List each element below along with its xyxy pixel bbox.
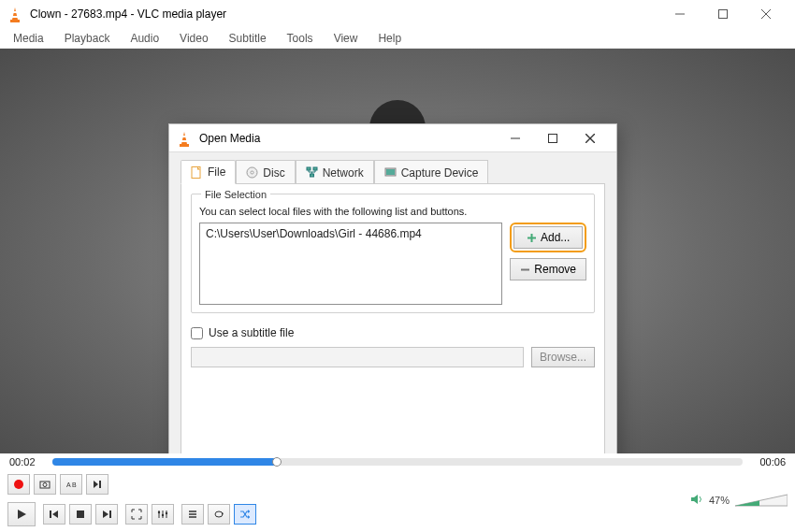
file-selection-hint: You can select local files with the foll… — [199, 206, 586, 217]
play-button[interactable] — [7, 502, 36, 526]
dialog-titlebar: Open Media — [169, 124, 616, 152]
seek-knob[interactable] — [272, 457, 282, 467]
svg-point-13 — [43, 483, 47, 487]
svg-rect-7 — [307, 167, 311, 170]
menubar: Media Playback Audio Video Subtitle Tool… — [0, 28, 795, 49]
add-button[interactable]: Add... — [513, 226, 583, 249]
svg-rect-16 — [99, 481, 101, 488]
fullscreen-button[interactable] — [125, 504, 148, 525]
record-button[interactable] — [7, 474, 30, 495]
use-subtitle-row: Use a subtitle file — [191, 326, 595, 339]
time-total[interactable]: 00:06 — [750, 456, 786, 467]
dialog-maximize-button[interactable] — [534, 125, 571, 151]
menu-audio[interactable]: Audio — [121, 30, 168, 47]
dialog-minimize-button[interactable] — [497, 125, 534, 151]
svg-rect-2 — [180, 144, 189, 147]
menu-playback[interactable]: Playback — [55, 30, 120, 47]
svg-rect-18 — [77, 510, 84, 518]
tab-file[interactable]: File — [181, 160, 236, 184]
network-icon — [306, 166, 318, 179]
menu-tools[interactable]: Tools — [278, 30, 323, 47]
record-icon — [14, 480, 23, 489]
seek-fill — [52, 458, 277, 466]
menu-subtitle[interactable]: Subtitle — [220, 30, 276, 47]
video-area[interactable]: Open Media File Disc Network Capture Dev… — [0, 49, 795, 467]
close-button[interactable] — [744, 0, 788, 28]
loop-button[interactable] — [208, 504, 230, 525]
tab-file-label: File — [208, 165, 225, 179]
svg-text:B: B — [72, 482, 77, 488]
capture-icon — [384, 166, 397, 179]
disc-icon — [246, 166, 258, 179]
svg-rect-3 — [549, 134, 557, 142]
browse-button-label: Browse... — [540, 351, 586, 364]
maximize-button[interactable] — [701, 0, 744, 28]
player-controls: 00:02 00:06 AB — [0, 453, 795, 532]
file-list[interactable]: C:\Users\User\Downloads\Girl - 44686.mp4 — [199, 223, 502, 305]
titlebar: Clown - 27683.mp4 - VLC media player — [0, 0, 795, 28]
frame-step-button[interactable] — [86, 474, 108, 495]
time-elapsed[interactable]: 00:02 — [9, 456, 45, 467]
use-subtitle-label: Use a subtitle file — [209, 326, 294, 339]
menu-help[interactable]: Help — [369, 30, 411, 47]
tab-capture[interactable]: Capture Device — [374, 160, 489, 184]
speaker-icon[interactable] — [690, 493, 703, 508]
tab-capture-label: Capture Device — [401, 166, 479, 180]
window-title: Clown - 27683.mp4 - VLC media player — [30, 7, 658, 21]
svg-point-6 — [251, 171, 253, 174]
dialog-close-button[interactable] — [571, 125, 609, 151]
tab-network[interactable]: Network — [296, 160, 374, 184]
use-subtitle-checkbox[interactable] — [191, 327, 203, 339]
next-button[interactable] — [95, 504, 118, 525]
vlc-cone-icon — [7, 7, 22, 22]
tab-disc-label: Disc — [263, 166, 284, 180]
file-panel: File Selection You can select local file… — [181, 183, 605, 454]
browse-button: Browse... — [531, 347, 595, 367]
menu-media[interactable]: Media — [4, 30, 53, 47]
seek-row: 00:02 00:06 — [0, 453, 795, 470]
svg-rect-19 — [109, 510, 111, 518]
extended-settings-button[interactable] — [152, 504, 174, 525]
svg-point-21 — [162, 514, 164, 516]
volume-percent: 47% — [709, 495, 730, 506]
svg-point-22 — [166, 512, 167, 514]
svg-rect-11 — [386, 169, 395, 175]
atob-loop-button[interactable]: AB — [60, 474, 82, 495]
tab-disc[interactable]: Disc — [236, 160, 295, 184]
minus-icon — [520, 265, 530, 275]
add-button-highlight: Add... — [510, 223, 586, 252]
plus-icon — [527, 233, 537, 243]
shuffle-button[interactable] — [234, 504, 256, 525]
file-selection-group: File Selection You can select local file… — [191, 194, 595, 313]
volume-control: 47% — [690, 493, 788, 508]
svg-rect-9 — [310, 174, 313, 177]
svg-rect-17 — [50, 510, 51, 518]
volume-slider[interactable] — [735, 494, 788, 507]
seek-bar[interactable] — [52, 458, 743, 466]
playlist-button[interactable] — [181, 504, 204, 525]
remove-button-label: Remove — [534, 263, 576, 276]
menu-view[interactable]: View — [325, 30, 368, 47]
svg-text:A: A — [66, 482, 71, 488]
svg-rect-8 — [313, 167, 317, 170]
file-icon — [191, 166, 203, 179]
remove-button[interactable]: Remove — [510, 258, 586, 280]
vlc-cone-icon — [177, 131, 192, 146]
dialog-tabs: File Disc Network Capture Device — [169, 152, 616, 184]
menu-video[interactable]: Video — [170, 30, 217, 47]
tab-network-label: Network — [323, 166, 364, 180]
svg-rect-1 — [719, 10, 728, 19]
stop-button[interactable] — [69, 504, 92, 525]
subtitle-path-input — [191, 347, 524, 367]
dialog-title: Open Media — [199, 132, 497, 145]
file-list-item[interactable]: C:\Users\User\Downloads\Girl - 44686.mp4 — [206, 227, 496, 240]
svg-point-20 — [158, 511, 160, 513]
minimize-button[interactable] — [658, 0, 701, 28]
svg-rect-0 — [10, 20, 20, 22]
previous-button[interactable] — [43, 504, 65, 525]
add-button-label: Add... — [541, 231, 570, 244]
file-selection-legend: File Selection — [201, 189, 270, 200]
snapshot-button[interactable] — [34, 474, 56, 495]
open-media-dialog: Open Media File Disc Network Capture Dev… — [168, 123, 617, 497]
